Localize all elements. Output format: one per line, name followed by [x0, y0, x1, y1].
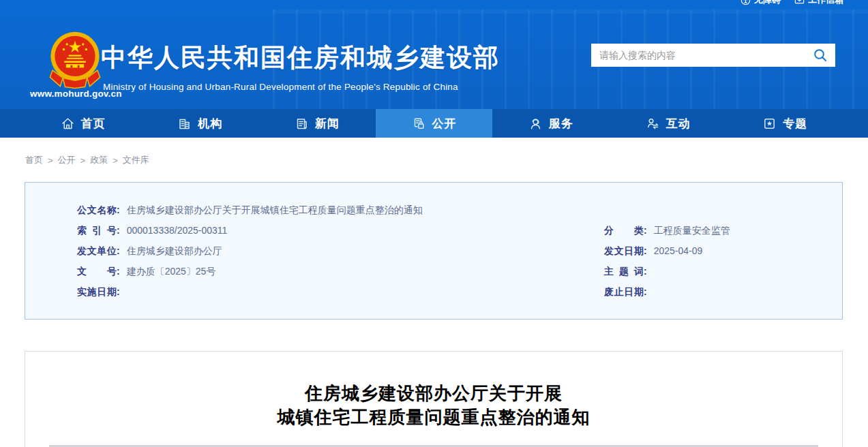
meta-index-label: 索引号 [77, 220, 117, 241]
breadcrumb-separator: > [80, 155, 86, 166]
meta-colon: : [644, 245, 647, 256]
meta-category-label: 分类 [604, 220, 644, 241]
meta-row-name: 公文名称:住房城乡建设部办公厅关于开展城镇住宅工程质量问题重点整治的通知 [77, 200, 822, 220]
breadcrumb-separator: > [113, 155, 118, 166]
search-box [591, 44, 835, 67]
meta-category-value: 工程质量安全监管 [654, 225, 730, 236]
meta-colon: : [644, 225, 647, 236]
meta-colon: : [117, 286, 120, 297]
nav-item-topics[interactable]: 专题 [726, 109, 843, 138]
breadcrumb-policy[interactable]: 政策 [90, 154, 108, 166]
main-nav: 首页 机构 新闻 公开 服务 [0, 109, 868, 138]
topic-star-icon [762, 117, 777, 131]
search-input[interactable] [591, 44, 805, 67]
breadcrumb-home[interactable]: 首页 [25, 154, 43, 166]
meta-name-value: 住房城乡建设部办公厅关于开展城镇住宅工程质量问题重点整治的通知 [127, 204, 423, 215]
meta-row-4: 文号:建办质〔2025〕25号 主题词: [77, 261, 822, 281]
meta-colon: : [644, 266, 647, 277]
mailbox-label: 工作信箱 [808, 0, 843, 6]
meta-impl-date-label: 实施日期 [77, 281, 117, 302]
nav-item-organization[interactable]: 机构 [142, 109, 259, 138]
interaction-icon [646, 117, 660, 131]
meta-colon: : [117, 245, 120, 256]
site-title: 中华人民共和国住房和城乡建设部 [101, 41, 500, 75]
nav-label: 服务 [549, 116, 573, 132]
site-header-banner: 无障碍 工作信箱 [0, 0, 868, 109]
organization-icon [177, 117, 192, 131]
breadcrumb: 首页 > 公开 > 政策 > 文件库 [25, 154, 868, 166]
news-icon [295, 117, 309, 131]
mail-icon [794, 0, 805, 5]
disclosure-lock-icon [412, 117, 426, 131]
nav-item-news[interactable]: 新闻 [258, 109, 376, 138]
meta-index-value: 000013338/2025-00311 [127, 225, 228, 236]
meta-row-2: 索引号:000013338/2025-00311 分类:工程质量安全监管 [77, 220, 822, 241]
meta-issue-date-label: 发文日期 [604, 241, 644, 261]
nav-item-service[interactable]: 服务 [492, 109, 610, 138]
site-subtitle-en: Ministry of Housing and Urban-Rural Deve… [103, 82, 458, 92]
meta-issue-date-value: 2025-04-09 [654, 245, 703, 256]
meta-subject-label: 主题词 [604, 261, 644, 281]
nav-label: 公开 [432, 116, 457, 132]
document-metadata-box: 公文名称:住房城乡建设部办公厅关于开展城镇住宅工程质量问题重点整治的通知 索引号… [25, 182, 843, 320]
search-icon [813, 48, 828, 63]
meta-doc-no-value: 建办质〔2025〕25号 [127, 266, 216, 277]
accessibility-icon [740, 0, 751, 5]
service-person-icon [528, 117, 543, 131]
meta-issuer-label: 发文单位 [77, 241, 117, 261]
meta-colon: : [644, 286, 647, 297]
national-emblem-icon [43, 30, 107, 91]
nav-label: 首页 [81, 116, 106, 132]
meta-row-3: 发文单位:住房城乡建设部办公厅 发文日期:2025-04-09 [77, 241, 822, 261]
meta-row-5: 实施日期: 废止日期: [77, 281, 822, 302]
accessibility-link[interactable]: 无障碍 [740, 0, 781, 6]
meta-colon: : [117, 204, 120, 215]
meta-colon: : [117, 266, 120, 277]
nav-item-home[interactable]: 首页 [25, 109, 142, 138]
mailbox-link[interactable]: 工作信箱 [794, 0, 843, 6]
nav-item-disclosure[interactable]: 公开 [376, 109, 493, 138]
search-button[interactable] [805, 44, 835, 67]
breadcrumb-library[interactable]: 文件库 [123, 154, 149, 166]
meta-colon: : [117, 225, 120, 236]
utility-topbar: 无障碍 工作信箱 [740, 0, 843, 6]
nav-label: 互动 [666, 116, 691, 132]
article-box: 住房城乡建设部办公厅关于开展 城镇住宅工程质量问题重点整治的通知 [25, 351, 843, 447]
article-title-line1: 住房城乡建设部办公厅关于开展 [25, 382, 842, 405]
meta-name-label: 公文名称 [77, 200, 117, 220]
nav-label: 专题 [783, 116, 807, 132]
main-nav-inner: 首页 机构 新闻 公开 服务 [25, 109, 843, 138]
article-title-line2: 城镇住宅工程质量问题重点整治的通知 [25, 405, 842, 429]
nav-label: 机构 [198, 116, 222, 132]
meta-repeal-date-label: 废止日期 [604, 281, 644, 302]
home-icon [61, 117, 75, 131]
breadcrumb-disclosure[interactable]: 公开 [58, 154, 76, 166]
article-title: 住房城乡建设部办公厅关于开展 城镇住宅工程质量问题重点整治的通知 [25, 382, 842, 429]
nav-label: 新闻 [315, 116, 340, 132]
accessibility-label: 无障碍 [754, 0, 781, 6]
nav-item-interaction[interactable]: 互动 [610, 109, 727, 138]
meta-doc-no-label: 文号 [77, 261, 117, 281]
meta-issuer-value: 住房城乡建设部办公厅 [127, 245, 222, 256]
breadcrumb-separator: > [48, 155, 53, 166]
